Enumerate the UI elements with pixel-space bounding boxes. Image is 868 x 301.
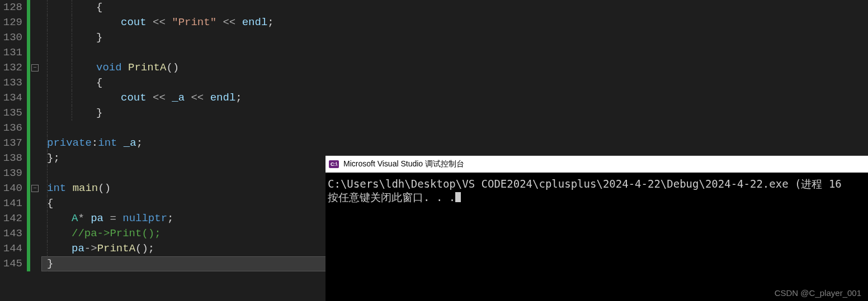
debug-console-window: C:\ Microsoft Visual Studio 调试控制台 C:\Use… <box>326 155 868 301</box>
line-number: 140 <box>0 181 22 196</box>
console-icon: C:\ <box>329 160 339 168</box>
indent-guide <box>47 196 48 211</box>
token <box>66 182 72 194</box>
code-line[interactable] <box>41 166 47 181</box>
line-number: 134 <box>0 90 22 106</box>
line-number: 137 <box>0 136 22 151</box>
console-line: C:\Users\ldh\Desktop\VS CODE2024\cpluspl… <box>328 178 842 190</box>
indent-guide <box>47 75 48 90</box>
token: } <box>96 107 102 119</box>
token: main <box>73 182 98 194</box>
code-line[interactable]: A* pa = nullptr; <box>41 211 173 226</box>
token <box>116 212 122 224</box>
indent-guide <box>72 75 72 90</box>
token <box>147 16 153 28</box>
code-line[interactable]: { <box>41 75 102 90</box>
token: << <box>223 16 235 28</box>
indent-guide <box>47 15 48 30</box>
indent-guide <box>72 0 72 15</box>
token: endl <box>242 16 268 28</box>
token: nullptr <box>122 212 167 224</box>
token: }; <box>47 152 60 164</box>
code-line[interactable]: { <box>41 0 102 15</box>
code-line[interactable]: }; <box>41 151 60 166</box>
token: A <box>72 212 78 224</box>
indent-guide <box>72 30 72 45</box>
line-number: 133 <box>0 75 22 90</box>
token: int <box>47 182 66 194</box>
code-line[interactable]: { <box>41 196 53 211</box>
token: : <box>92 137 98 149</box>
code-line[interactable]: //pa->Print(); <box>41 226 161 241</box>
token: << <box>153 92 166 104</box>
token: } <box>96 31 102 44</box>
fold-toggle[interactable]: − <box>31 64 39 71</box>
line-number: 136 <box>0 121 22 136</box>
token: << <box>153 16 166 28</box>
console-title: Microsoft Visual Studio 调试控制台 <box>343 159 464 169</box>
code-line[interactable]: int main() <box>41 181 111 196</box>
indent-guide <box>47 136 48 151</box>
code-line[interactable]: void PrintA() <box>41 60 179 75</box>
token <box>84 212 91 224</box>
line-number: 129 <box>0 15 22 30</box>
code-line[interactable]: cout << _a << endl; <box>41 90 242 106</box>
code-line[interactable]: pa->PrintA(); <box>41 241 154 256</box>
token: _a <box>124 137 136 149</box>
console-output[interactable]: C:\Users\ldh\Desktop\VS CODE2024\cpluspl… <box>326 173 868 208</box>
fold-column: −− <box>30 0 41 301</box>
indent-guide <box>47 241 48 256</box>
code-line[interactable]: } <box>41 30 102 45</box>
watermark: CSDN @C_player_001 <box>775 288 861 298</box>
line-number: 130 <box>0 30 22 45</box>
code-line[interactable] <box>41 45 47 60</box>
token: -> <box>84 242 97 255</box>
indent-guide <box>47 90 48 106</box>
indent-guide <box>47 30 48 45</box>
token: void <box>96 61 122 74</box>
token: ; <box>267 16 273 28</box>
token: int <box>98 137 117 149</box>
line-number: 135 <box>0 106 22 121</box>
token <box>185 92 191 104</box>
token: { <box>96 77 102 89</box>
indent-guide <box>72 106 72 121</box>
code-line[interactable]: private:int _a; <box>41 136 143 151</box>
token <box>216 16 223 28</box>
token: () <box>98 182 111 194</box>
token: pa <box>72 242 84 255</box>
token: _a <box>172 92 185 104</box>
token: () <box>166 61 179 74</box>
token: pa <box>91 212 103 224</box>
token: //pa->Print(); <box>72 227 161 240</box>
line-number: 132 <box>0 60 22 75</box>
line-number: 131 <box>0 45 22 60</box>
line-number: 139 <box>0 166 22 181</box>
console-cursor <box>455 192 461 202</box>
indent-guide <box>72 60 72 75</box>
token: PrintA <box>128 61 166 74</box>
console-line: 按任意键关闭此窗口. . . <box>328 191 455 203</box>
token: (); <box>135 242 154 255</box>
token <box>235 16 242 28</box>
indent-guide <box>47 0 48 15</box>
token: endl <box>210 92 236 104</box>
code-line[interactable] <box>41 121 47 136</box>
token <box>117 137 123 149</box>
token <box>103 212 110 224</box>
code-line[interactable]: } <box>41 106 102 121</box>
code-line[interactable]: } <box>41 256 53 271</box>
token: PrintA <box>97 242 135 255</box>
token: { <box>96 1 102 13</box>
token <box>122 61 128 74</box>
fold-toggle[interactable]: − <box>31 185 39 192</box>
indent-guide <box>47 181 48 196</box>
token: = <box>110 212 116 224</box>
line-number-gutter: 1281291301311321331341351361371381391401… <box>0 0 27 301</box>
token: ; <box>235 92 242 104</box>
code-line[interactable]: cout << "Print" << endl; <box>41 15 274 30</box>
token: "Print" <box>172 16 216 28</box>
indent-guide <box>72 45 72 60</box>
indent-guide <box>47 226 48 241</box>
console-titlebar[interactable]: C:\ Microsoft Visual Studio 调试控制台 <box>326 156 868 173</box>
